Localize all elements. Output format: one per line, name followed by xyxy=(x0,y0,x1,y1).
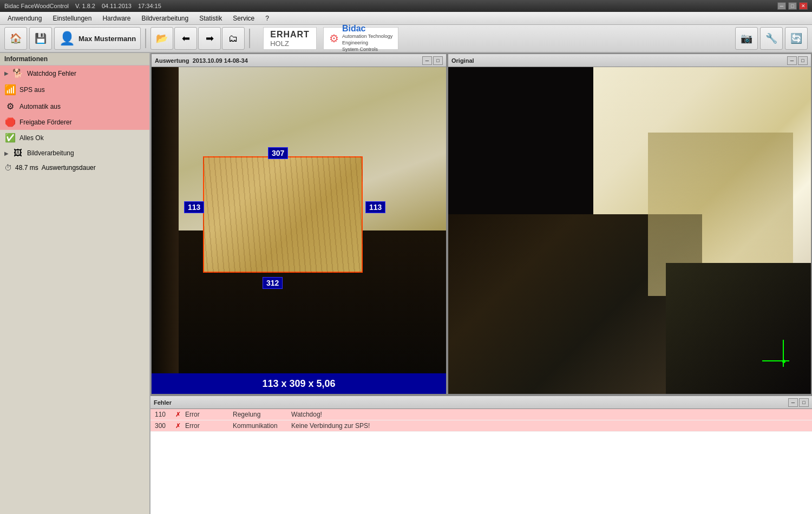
content-area: Auswertung 2013.10.09 14-08-34 ─ □ xyxy=(150,53,812,514)
menu-einstellungen[interactable]: Einstellungen xyxy=(47,12,97,24)
sidebar-item-bildverarbeitung[interactable]: ▶ 🖼 Bildverarbeitung xyxy=(0,146,149,161)
close-button[interactable]: ✕ xyxy=(799,2,808,10)
file-button-group: 📂 ⬅ ➡ 🗂 xyxy=(150,27,245,50)
error-row-1[interactable]: 110 ✗ Error Regelung Watchdog! xyxy=(150,409,812,420)
user-name: Max Mustermann xyxy=(78,35,136,43)
bidac-desc-line2: Engineering xyxy=(342,40,392,47)
app-name: Bidac FaceWoodControl xyxy=(4,3,69,9)
timing-icon: ⏱ xyxy=(4,163,12,172)
sidebar-header: Informationen xyxy=(0,53,149,65)
app-version: V. 1.8.2 xyxy=(75,3,95,9)
title-info: Bidac FaceWoodControl V. 1.8.2 04.11.201… xyxy=(4,3,161,9)
sidebar-item-sps[interactable]: 📶 SPS aus xyxy=(0,81,149,98)
right-toolbar-buttons: 📷 🔧 🔄 xyxy=(735,27,808,50)
sps-icon: 📶 xyxy=(4,84,16,96)
toolbar-prev-button[interactable]: ⬅ xyxy=(174,27,197,50)
error-x-icon-1: ✗ xyxy=(175,411,181,418)
measurement-bottom: 312 xyxy=(263,277,283,289)
minimize-button[interactable]: ─ xyxy=(777,2,786,10)
wood-measurement-rect xyxy=(203,156,363,273)
alles-ok-label: Alles Ok xyxy=(19,134,44,142)
bidac-desc-line3: System Controls xyxy=(342,47,392,53)
auswertung-maximize-button[interactable]: □ xyxy=(433,56,443,65)
bidac-gear-icon: ⚙ xyxy=(329,32,339,45)
error-row-2[interactable]: 300 ✗ Error Kommunikation Keine Verbindu… xyxy=(150,420,812,432)
error-code-2: 300 xyxy=(155,422,171,430)
automatik-icon: ⚙ xyxy=(4,101,16,111)
maximize-button[interactable]: □ xyxy=(788,2,797,10)
freigabe-icon: 🛑 xyxy=(4,117,16,127)
menu-statistik[interactable]: Statistik xyxy=(194,12,227,24)
app-time: 17:34:15 xyxy=(138,3,161,9)
sidebar-item-automatik[interactable]: ⚙ Automatik aus xyxy=(0,98,149,114)
menu-anwendung[interactable]: Anwendung xyxy=(2,12,47,24)
watchdog-icon: 🐕 xyxy=(12,68,24,78)
error-list: 110 ✗ Error Regelung Watchdog! 300 ✗ Err… xyxy=(150,409,812,514)
panels-row: Auswertung 2013.10.09 14-08-34 ─ □ xyxy=(150,53,812,395)
auswertung-title: Auswertung 2013.10.09 14-08-34 xyxy=(155,57,248,64)
toolbar-settings2-button[interactable]: 🔧 xyxy=(760,27,783,50)
menu-help[interactable]: ? xyxy=(260,12,274,24)
toolbar-home-button[interactable]: 🏠 xyxy=(4,27,27,50)
erhart-subtitle: HOLZ xyxy=(270,39,310,48)
sidebar-item-watchdog[interactable]: ▶ 🐕 Watchdog Fehler xyxy=(0,65,149,81)
measurement-top: 307 xyxy=(268,147,288,159)
menu-service[interactable]: Service xyxy=(227,12,260,24)
error-message-2: Keine Verbindung zur SPS! xyxy=(291,422,370,430)
sps-label: SPS aus xyxy=(19,86,45,94)
erhart-logo: ERHART HOLZ xyxy=(263,27,317,50)
result-text: 113 x 309 x 5,06 xyxy=(262,378,335,390)
result-bar: 113 x 309 x 5,06 xyxy=(152,373,446,394)
original-maximize-button[interactable]: □ xyxy=(798,56,808,65)
original-title: Original xyxy=(451,57,474,64)
user-icon: 👤 xyxy=(59,31,75,46)
bildverarbeitung-label: Bildverarbeitung xyxy=(27,149,74,157)
bidac-name: Bidac xyxy=(342,24,392,34)
measurement-right: 113 xyxy=(365,201,385,213)
error-panel: Fehler ─ □ 110 ✗ Error Regelung Watchdog… xyxy=(150,395,812,514)
original-panel: Original ─ □ xyxy=(447,53,812,395)
alles-ok-icon: ✅ xyxy=(4,133,16,143)
toolbar-separator-1 xyxy=(145,29,146,48)
dark-left xyxy=(152,67,179,394)
freigabe-label: Freigabe Förderer xyxy=(19,118,72,126)
toolbar-refresh-button[interactable]: 🔄 xyxy=(785,27,808,50)
auswertung-minimize-button[interactable]: ─ xyxy=(422,56,432,65)
title-bar: Bidac FaceWoodControl V. 1.8.2 04.11.201… xyxy=(0,0,812,12)
original-controls: ─ □ xyxy=(787,56,808,65)
bidac-logo: ⚙ Bidac Automation Technology Engineerin… xyxy=(323,27,398,50)
original-content xyxy=(448,67,811,394)
main-content: Informationen ▶ 🐕 Watchdog Fehler 📶 SPS … xyxy=(0,53,812,514)
timing-label: Auswertungsdauer xyxy=(42,164,96,172)
auswertung-canvas: 307 113 113 312 113 x 309 x 5,06 xyxy=(152,67,446,394)
error-code-1: 110 xyxy=(155,411,171,418)
error-type-2: Error xyxy=(185,422,228,430)
error-minimize-button[interactable]: ─ xyxy=(788,398,798,407)
toolbar-folder2-button[interactable]: 🗂 xyxy=(222,27,245,50)
bidac-desc-line1: Automation Technology xyxy=(342,34,392,40)
original-minimize-button[interactable]: ─ xyxy=(787,56,797,65)
toolbar-camera-button[interactable]: 📷 xyxy=(735,27,758,50)
watchdog-expand-icon: ▶ xyxy=(4,70,9,76)
sidebar-item-alles-ok[interactable]: ✅ Alles Ok xyxy=(0,130,149,146)
toolbar-separator-2 xyxy=(249,29,250,48)
error-maximize-button[interactable]: □ xyxy=(799,398,809,407)
error-panel-controls: ─ □ xyxy=(788,398,809,407)
menu-bar: Anwendung Einstellungen Hardware Bildver… xyxy=(0,12,812,25)
error-x-icon-2: ✗ xyxy=(175,422,181,430)
auswertung-controls: ─ □ xyxy=(422,56,443,65)
menu-hardware[interactable]: Hardware xyxy=(97,12,136,24)
toolbar-folder-button[interactable]: 📂 xyxy=(150,27,173,50)
original-header: Original ─ □ xyxy=(448,54,811,67)
user-section: 👤 Max Mustermann xyxy=(54,27,141,50)
toolbar-save-button[interactable]: 💾 xyxy=(29,27,52,50)
toolbar-next-button[interactable]: ➡ xyxy=(198,27,221,50)
sidebar-item-freigabe[interactable]: 🛑 Freigabe Förderer xyxy=(0,114,149,130)
menu-bildverarbeitung[interactable]: Bildverarbeitung xyxy=(136,12,194,24)
error-message-1: Watchdog! xyxy=(291,411,322,418)
measurement-left: 113 xyxy=(184,201,204,213)
sidebar: Informationen ▶ 🐕 Watchdog Fehler 📶 SPS … xyxy=(0,53,150,514)
error-type-1: Error xyxy=(185,411,228,418)
original-canvas xyxy=(448,67,811,394)
orig-machinery-right xyxy=(666,263,811,394)
